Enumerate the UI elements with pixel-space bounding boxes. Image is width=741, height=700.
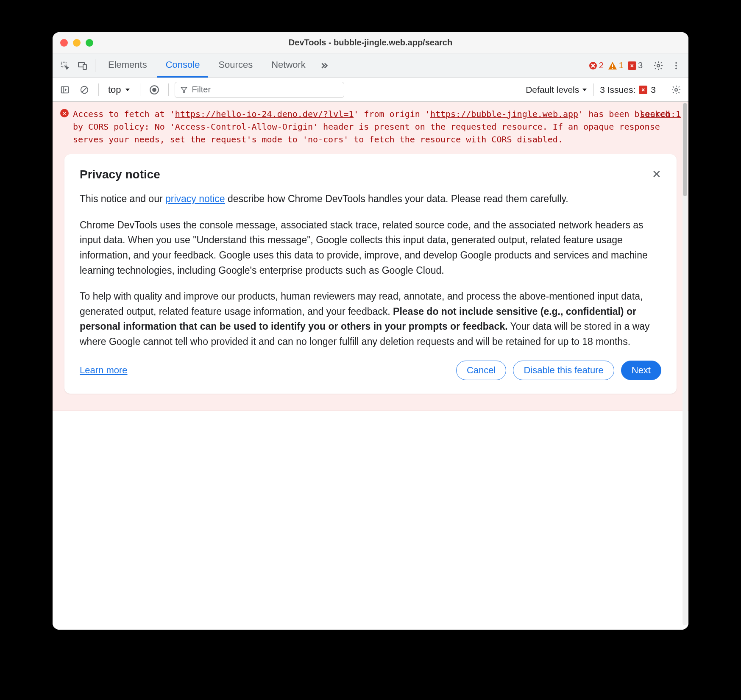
titlebar: DevTools - bubble-jingle.web.app/search [53, 32, 688, 53]
window-close-button[interactable] [60, 39, 68, 47]
tab-elements[interactable]: Elements [100, 54, 156, 78]
filter-placeholder: Filter [192, 85, 211, 94]
devtools-window: DevTools - bubble-jingle.web.app/search … [53, 32, 688, 630]
divider [168, 83, 169, 96]
issues-icon: × [639, 86, 647, 94]
levels-label: Default levels [526, 85, 579, 95]
inspect-icon[interactable] [57, 58, 73, 74]
issues-label: 3 Issues: [600, 85, 635, 95]
issues-button[interactable]: 3 Issues: × 3 [600, 85, 656, 95]
disable-feature-button[interactable]: Disable this feature [513, 361, 614, 380]
kebab-menu-icon[interactable] [668, 58, 684, 74]
settings-icon[interactable] [650, 58, 666, 74]
svg-point-9 [675, 67, 677, 69]
svg-line-13 [82, 87, 87, 92]
svg-rect-5 [612, 68, 613, 69]
window-zoom-button[interactable] [86, 39, 93, 47]
log-levels-selector[interactable]: Default levels [526, 85, 588, 95]
privacy-notice-link[interactable]: privacy notice [165, 193, 225, 204]
divider [140, 83, 140, 96]
toggle-sidebar-icon[interactable] [57, 82, 73, 98]
scrollbar[interactable] [682, 103, 688, 625]
traffic-lights [60, 39, 93, 47]
warning-count: 1 [619, 61, 624, 70]
error-source-link[interactable]: search:1 [640, 108, 681, 120]
error-count: 2 [599, 61, 604, 70]
close-icon[interactable]: ✕ [652, 168, 661, 181]
next-button[interactable]: Next [621, 361, 661, 380]
notice-intro-pre: This notice and our [80, 193, 165, 204]
svg-point-8 [675, 65, 677, 67]
console-settings-icon[interactable] [668, 82, 684, 98]
svg-rect-4 [612, 64, 613, 67]
divider [95, 59, 95, 72]
tab-console[interactable]: Console [157, 54, 209, 78]
svg-point-7 [675, 62, 677, 64]
error-message: ✕ search:1 Access to fetch at 'https://h… [60, 108, 681, 146]
filter-input[interactable]: Filter [175, 82, 344, 98]
issues-count: 3 [651, 85, 656, 95]
error-text-pre: Access to fetch at ' [73, 109, 175, 119]
divider [662, 83, 662, 96]
context-selector[interactable]: top [105, 83, 134, 97]
window-title: DevTools - bubble-jingle.web.app/search [53, 38, 688, 47]
error-text-mid: ' from origin ' [354, 109, 430, 119]
error-icon: ✕ [60, 109, 69, 117]
svg-rect-2 [83, 64, 86, 69]
clear-console-icon[interactable] [76, 82, 92, 98]
divider [98, 83, 99, 96]
notice-intro-post: describe how Chrome DevTools handles you… [225, 193, 568, 204]
error-count-badge[interactable]: 2 [589, 61, 604, 70]
console-error-row[interactable]: ✕ search:1 Access to fetch at 'https://h… [53, 102, 688, 411]
status-badges[interactable]: 2 1 × 3 [589, 61, 643, 70]
message-count-badge[interactable]: × 3 [628, 61, 643, 70]
error-url-2[interactable]: https://bubble-jingle.web.app [430, 109, 578, 119]
console-toolbar: top Filter Default levels 3 Issues: × 3 [53, 78, 688, 102]
message-count: 3 [638, 61, 643, 70]
main-tabstrip: Elements Console Sources Network 2 1 × 3 [53, 53, 688, 78]
divider [593, 83, 594, 96]
notice-footer: Learn more Cancel Disable this feature N… [80, 361, 661, 380]
notice-paragraph-2: Chrome DevTools uses the console message… [80, 218, 661, 278]
context-label: top [108, 84, 121, 95]
live-expression-icon[interactable] [146, 82, 162, 98]
learn-more-link[interactable]: Learn more [80, 365, 128, 376]
tab-sources[interactable]: Sources [210, 54, 261, 78]
device-toolbar-icon[interactable] [75, 58, 91, 74]
filter-icon [180, 86, 188, 94]
message-icon: × [628, 61, 636, 70]
warning-count-badge[interactable]: 1 [608, 61, 624, 70]
chevron-down-icon [125, 87, 131, 93]
console-body: ✕ search:1 Access to fetch at 'https://h… [53, 102, 688, 630]
svg-point-6 [657, 64, 660, 67]
more-tabs-icon[interactable] [316, 58, 332, 74]
chevron-down-icon [582, 87, 588, 93]
privacy-notice-card: Privacy notice ✕ This notice and our pri… [64, 154, 677, 394]
svg-point-15 [153, 88, 156, 92]
svg-point-16 [675, 89, 677, 91]
cancel-button[interactable]: Cancel [456, 361, 506, 380]
svg-rect-10 [61, 86, 69, 93]
error-url-1[interactable]: https://hello-io-24.deno.dev/?lvl=1 [175, 109, 354, 119]
window-minimize-button[interactable] [73, 39, 81, 47]
notice-body: This notice and our privacy notice descr… [80, 192, 661, 350]
notice-title: Privacy notice [80, 168, 160, 181]
tab-network[interactable]: Network [263, 54, 314, 78]
